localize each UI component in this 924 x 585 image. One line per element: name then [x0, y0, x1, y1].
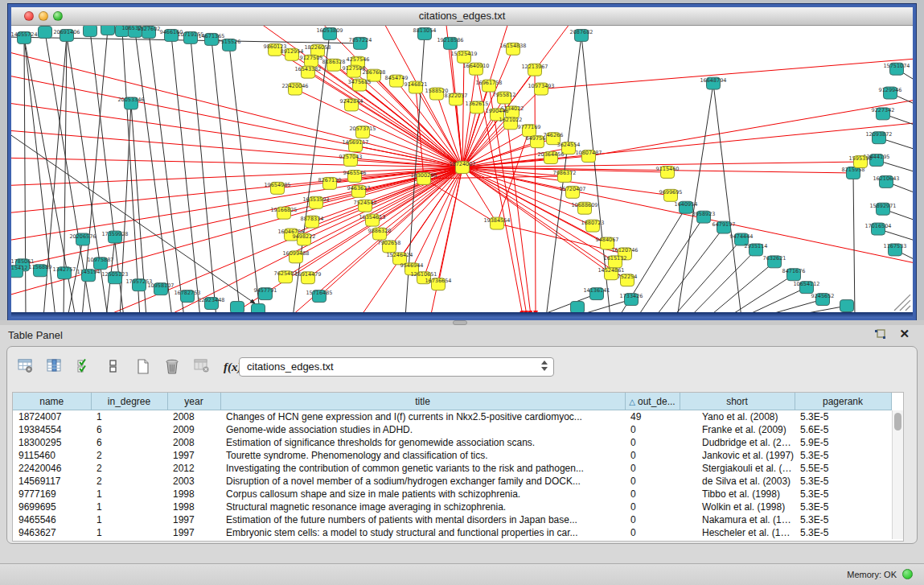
row-height-icon[interactable]: [103, 356, 124, 377]
graph-node[interactable]: 10807487: [575, 150, 602, 162]
graph-node[interactable]: 8878334: [301, 216, 324, 228]
graph-node[interactable]: 7902658: [378, 240, 401, 252]
delete-table-icon[interactable]: [191, 356, 212, 377]
graph-node[interactable]: 14136141: [583, 287, 610, 299]
graph-node[interactable]: 17359928: [101, 231, 128, 243]
graph-node[interactable]: 12505123: [101, 271, 128, 283]
table-row[interactable]: 1830029562008Estimation of significance …: [13, 436, 891, 449]
delete-column-icon[interactable]: [162, 356, 183, 377]
graph-node[interactable]: 14569117: [342, 139, 368, 151]
graph-node[interactable]: [231, 302, 244, 312]
graph-node[interactable]: 2935114: [745, 243, 768, 255]
graph-node[interactable]: 1156889: [29, 264, 52, 276]
graph-node[interactable]: 20206576: [69, 233, 96, 245]
graph-node[interactable]: 12093872: [865, 131, 892, 143]
graph-node[interactable]: 10975887: [87, 257, 113, 269]
table-row[interactable]: 2242004622012Investigating the contribut…: [13, 462, 891, 475]
graph-node[interactable]: 8471676: [782, 268, 806, 280]
show-columns-icon[interactable]: [44, 356, 65, 377]
graph-node[interactable]: 8215958: [842, 167, 865, 179]
table-row[interactable]: 1456911722003Disruption of a novel membe…: [13, 475, 891, 488]
graph-node[interactable]: 752254: [618, 274, 638, 286]
table-row[interactable]: 946362711997Embryonic stem cells: a mode…: [13, 526, 891, 539]
graph-node[interactable]: 16648794: [700, 77, 726, 89]
graph-node[interactable]: [840, 300, 854, 312]
graph-node[interactable]: 7625402: [274, 270, 298, 282]
graph-node[interactable]: 7955812: [493, 92, 516, 104]
graph-node[interactable]: [84, 26, 97, 36]
graph-node[interactable]: 10958107: [147, 282, 174, 295]
graph-node[interactable]: [101, 26, 115, 35]
graph-node[interactable]: 9257043: [339, 154, 363, 166]
graph-node[interactable]: 9115460: [656, 166, 680, 178]
graph-node[interactable]: 7632621: [763, 255, 786, 267]
graph-node[interactable]: 10688609: [571, 202, 598, 214]
graph-node[interactable]: [252, 304, 265, 312]
table-row[interactable]: 1938455462009Genome-wide association stu…: [13, 423, 891, 436]
column-header-year[interactable]: year: [167, 393, 220, 410]
graph-node[interactable]: [571, 302, 585, 312]
graph-node[interactable]: 9463627: [347, 185, 371, 197]
column-header-title[interactable]: title: [220, 393, 625, 410]
graph-node[interactable]: 16914479: [294, 271, 321, 283]
graph-node[interactable]: 19654985: [264, 182, 290, 194]
graph-node[interactable]: 6479197: [713, 221, 736, 233]
graph-node[interactable]: [39, 26, 52, 38]
graph-node[interactable]: 9227342: [872, 107, 895, 119]
table-row[interactable]: 977716911998Corpus callosum shape and si…: [13, 488, 891, 501]
graph-node[interactable]: 7857224: [349, 37, 372, 49]
graph-node[interactable]: 16782753: [174, 290, 200, 302]
graph-node[interactable]: 15751074: [883, 63, 910, 75]
column-header-short[interactable]: short: [680, 393, 795, 410]
table-row[interactable]: 1872400712008Changes of HCN gene express…: [13, 410, 891, 424]
float-panel-icon[interactable]: [874, 329, 887, 340]
graph-node[interactable]: 9886320: [368, 228, 392, 240]
graph-node[interactable]: 9699695: [659, 189, 683, 201]
graph-node[interactable]: 2087682: [570, 29, 593, 41]
scrollbar-thumb[interactable]: [894, 413, 901, 431]
graph-node[interactable]: 1733426: [620, 293, 643, 305]
network-canvas[interactable]: 1405572420691406106532871527602946616010…: [11, 26, 913, 312]
graph-node[interactable]: 19166825: [270, 207, 297, 219]
graph-node[interactable]: 12213967: [521, 64, 548, 76]
graph-node[interactable]: 9245652: [811, 293, 835, 305]
graph-node[interactable]: 1145194: [77, 269, 101, 281]
graph-node[interactable]: 19218586: [437, 37, 463, 49]
graph-node[interactable]: 16354613: [359, 214, 385, 226]
column-header-in-degree[interactable]: in_degree: [91, 393, 167, 410]
graph-node[interactable]: 16353593: [302, 196, 329, 208]
graph-node[interactable]: 10973493: [528, 83, 554, 95]
graph-node[interactable]: 16154838: [499, 43, 526, 55]
graph-node[interactable]: 16099488: [282, 250, 309, 262]
graph-node[interactable]: 7515526: [218, 39, 241, 51]
memory-ok-indicator-icon[interactable]: [902, 569, 913, 579]
graph-node[interactable]: 1880723: [581, 220, 605, 232]
select-rows-icon[interactable]: [74, 356, 95, 377]
graph-node[interactable]: 20691406: [53, 29, 80, 41]
graph-node[interactable]: 16640910: [462, 63, 489, 75]
minimize-window-icon[interactable]: [39, 11, 48, 21]
graph-node[interactable]: 20053346: [117, 97, 144, 109]
vertical-scrollbar[interactable]: [892, 410, 903, 539]
resize-grip-icon[interactable]: [894, 295, 910, 311]
table-mode-icon[interactable]: [15, 356, 36, 377]
window-titlebar[interactable]: citations_edges.txt: [11, 7, 913, 26]
graph-node[interactable]: 16053809: [316, 27, 343, 39]
graph-node[interactable]: 9146821: [405, 81, 428, 93]
close-window-icon[interactable]: [24, 11, 34, 21]
graph-node[interactable]: 16736654: [425, 278, 451, 290]
graph-node[interactable]: 20573715: [349, 126, 376, 138]
column-header-out-de-[interactable]: △out_de...: [625, 393, 680, 410]
table-selector-dropdown[interactable]: citations_edges.txt: [239, 357, 554, 377]
graph-node[interactable]: 15325419: [450, 51, 477, 63]
graph-node[interactable]: 9129946: [879, 87, 902, 99]
close-icon[interactable]: ✕: [899, 327, 910, 341]
graph-node[interactable]: 7524542: [354, 200, 377, 212]
table-row[interactable]: 946554611997Estimation of the future num…: [13, 513, 891, 526]
new-column-icon[interactable]: [133, 356, 154, 377]
table-row[interactable]: 969969511998Structural magnetic resonanc…: [13, 501, 891, 513]
graph-node[interactable]: 16210643: [873, 175, 899, 187]
graph-node[interactable]: 17016504: [864, 223, 891, 235]
graph-node[interactable]: 15720407: [559, 186, 585, 198]
graph-node[interactable]: 12923448: [198, 297, 224, 309]
